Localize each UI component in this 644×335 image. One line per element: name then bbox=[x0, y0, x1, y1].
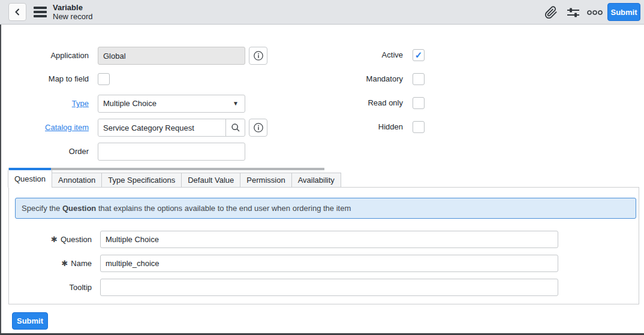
application-info-button[interactable] bbox=[249, 47, 267, 65]
tab-permission[interactable]: Permission bbox=[240, 173, 291, 187]
more-options-button[interactable] bbox=[588, 5, 602, 20]
context-menu-button[interactable] bbox=[34, 7, 48, 18]
submit-button-header[interactable]: Submit bbox=[607, 3, 640, 21]
personalize-form-button[interactable] bbox=[566, 5, 580, 20]
map-to-field-label: Map to field bbox=[0, 70, 89, 88]
attachment-button[interactable] bbox=[544, 5, 558, 20]
tooltip-label-text: Tooltip bbox=[69, 283, 92, 292]
paperclip-icon bbox=[544, 6, 558, 19]
name-input[interactable] bbox=[100, 255, 558, 272]
chevron-left-icon bbox=[14, 8, 21, 16]
question-input[interactable] bbox=[100, 231, 558, 248]
tabstrip-active-indicator bbox=[9, 168, 51, 170]
application-field[interactable] bbox=[98, 47, 245, 65]
question-label-text: Question bbox=[61, 235, 92, 244]
tooltip-input[interactable] bbox=[100, 279, 558, 296]
hamburger-icon bbox=[34, 7, 48, 17]
more-options-icon bbox=[587, 9, 603, 16]
application-label: Application bbox=[0, 47, 89, 65]
banner-text-bold: Question bbox=[62, 204, 96, 213]
catalog-item-label: Catalog item bbox=[0, 119, 89, 137]
tab-type-specifications[interactable]: Type Specifications bbox=[101, 173, 182, 187]
tab-default-value[interactable]: Default Value bbox=[181, 173, 240, 187]
catalog-item-label-link[interactable]: Catalog item bbox=[45, 123, 89, 132]
chevron-down-icon: ▼ bbox=[233, 95, 239, 112]
read-only-label: Read only bbox=[312, 97, 403, 109]
active-label: Active bbox=[312, 49, 403, 61]
reference-lookup-button[interactable] bbox=[225, 119, 245, 136]
name-label: ✱Name bbox=[9, 255, 92, 272]
type-label-link[interactable]: Type bbox=[72, 99, 89, 108]
question-tab-panel: Specify the Question that explains the o… bbox=[8, 187, 639, 304]
section-tabs: Question Annotation Type Specifications … bbox=[8, 170, 341, 188]
catalog-item-info-button[interactable] bbox=[249, 119, 267, 137]
tooltip-label: Tooltip bbox=[9, 279, 92, 296]
type-label: Type bbox=[0, 95, 89, 113]
record-subtitle: New record bbox=[53, 13, 92, 22]
read-only-checkbox[interactable] bbox=[413, 97, 425, 109]
hidden-checkbox[interactable] bbox=[413, 121, 425, 133]
catalog-item-field[interactable] bbox=[98, 119, 225, 136]
info-icon bbox=[253, 122, 264, 133]
form-header: Variable New record bbox=[0, 0, 644, 25]
banner-text-prefix: Specify the bbox=[22, 204, 62, 213]
info-icon bbox=[253, 50, 264, 61]
active-checkbox[interactable]: ✓ bbox=[413, 49, 425, 61]
record-title: Variable New record bbox=[53, 4, 92, 21]
info-banner: Specify the Question that explains the o… bbox=[15, 198, 636, 219]
mandatory-marker-icon: ✱ bbox=[51, 235, 58, 244]
map-to-field-checkbox[interactable] bbox=[98, 73, 110, 85]
banner-text-suffix: that explains the options available to t… bbox=[96, 204, 351, 213]
variable-new-record-page: Variable New record bbox=[0, 0, 644, 335]
catalog-item-reference bbox=[98, 119, 245, 137]
mandatory-marker-icon: ✱ bbox=[61, 259, 68, 268]
mandatory-checkbox[interactable] bbox=[413, 73, 425, 85]
search-icon bbox=[231, 123, 240, 132]
tab-availability[interactable]: Availability bbox=[291, 173, 341, 187]
hidden-label: Hidden bbox=[312, 121, 403, 133]
submit-button-footer[interactable]: Submit bbox=[12, 312, 48, 330]
tab-question[interactable]: Question bbox=[8, 170, 52, 188]
order-field[interactable] bbox=[98, 143, 245, 161]
tab-annotation[interactable]: Annotation bbox=[52, 173, 102, 187]
question-label: ✱Question bbox=[9, 231, 92, 248]
name-label-text: Name bbox=[71, 259, 92, 268]
mandatory-label: Mandatory bbox=[312, 73, 403, 85]
table-title: Variable bbox=[53, 4, 92, 13]
type-select-value: Multiple Choice bbox=[103, 99, 157, 108]
order-label: Order bbox=[0, 143, 89, 161]
sliders-icon bbox=[566, 5, 580, 20]
type-select[interactable]: Multiple Choice ▼ bbox=[98, 95, 245, 113]
back-button[interactable] bbox=[8, 3, 26, 21]
